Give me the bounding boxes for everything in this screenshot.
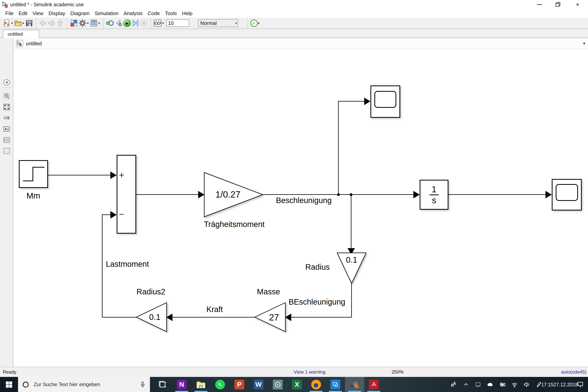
breadcrumb-dropdown-icon[interactable]: ▾: [583, 38, 585, 49]
gain-radius-label[interactable]: Radius: [298, 263, 337, 272]
gain-mass-value: 27: [264, 312, 284, 322]
start-button[interactable]: [0, 377, 18, 392]
zoom-tool-button[interactable]: [3, 92, 10, 100]
signal-label-beschleunigung[interactable]: Beschleunigung: [272, 196, 336, 205]
new-model-dropdown-icon[interactable]: ▾: [11, 21, 13, 25]
taskbar-acrobat[interactable]: [364, 377, 384, 392]
microphone-icon[interactable]: [140, 381, 146, 388]
taskbar-onenote[interactable]: N: [172, 377, 191, 392]
open-dropdown-icon[interactable]: ▾: [22, 21, 24, 25]
taskbar-word[interactable]: W: [249, 377, 268, 392]
signal-routing-button[interactable]: [3, 114, 10, 122]
step-forward-button[interactable]: [131, 19, 140, 28]
area-button[interactable]: [3, 147, 10, 155]
wifi-button[interactable]: [508, 377, 520, 392]
simulation-mode-dropdown-icon: ▾: [235, 21, 237, 25]
gain-mass-label[interactable]: Masse: [249, 287, 288, 296]
data-inspector-dropdown-icon[interactable]: ▾: [162, 21, 164, 25]
show-hidden-icons-button[interactable]: [460, 377, 472, 392]
volume-button[interactable]: [520, 377, 533, 392]
minimize-button[interactable]: [530, 0, 549, 9]
menu-simulation[interactable]: Simulation: [92, 9, 121, 18]
taskbar-search-input[interactable]: Zur Suche Text hier eingeben: [18, 377, 150, 392]
wire: [102, 214, 102, 317]
taskbar-excel[interactable]: X: [287, 377, 306, 392]
wire: [172, 317, 255, 318]
annotation-icon: A: [3, 126, 10, 132]
menu-edit[interactable]: Edit: [16, 9, 30, 18]
open-button[interactable]: [14, 19, 22, 28]
people-button[interactable]: [448, 377, 460, 392]
route-arrows-icon: [3, 114, 10, 122]
model-configuration-dropdown-icon[interactable]: ▾: [98, 21, 100, 25]
simulation-data-inspector-button[interactable]: [153, 19, 162, 28]
monitor-tray-button[interactable]: [472, 377, 484, 392]
menu-help[interactable]: Help: [179, 9, 195, 18]
action-center-button[interactable]: [574, 377, 586, 392]
step-block-label[interactable]: Mm: [16, 191, 51, 200]
menu-view[interactable]: View: [30, 9, 46, 18]
taskbar-your-phone[interactable]: [326, 377, 345, 392]
stop-time-input[interactable]: [166, 20, 189, 27]
wire: [338, 101, 364, 102]
menu-tools[interactable]: Tools: [162, 9, 180, 18]
simulation-mode-select[interactable]: Normal ▾: [198, 19, 238, 27]
signal-label-kraft[interactable]: Kraft: [196, 305, 233, 314]
task-view-button[interactable]: [153, 377, 172, 392]
onedrive-button[interactable]: [484, 377, 496, 392]
solver-indicator[interactable]: auto(ode45): [561, 367, 586, 377]
taskbar-firefox[interactable]: [306, 377, 326, 392]
save-button[interactable]: [25, 19, 34, 28]
zoom-level[interactable]: 250%: [392, 367, 404, 377]
fit-to-view-button[interactable]: [3, 103, 10, 111]
menu-display[interactable]: Display: [46, 9, 68, 18]
integrator-block[interactable]: 1 s: [420, 180, 448, 210]
gain-inertia-label[interactable]: Trägheitsmoment: [194, 220, 274, 229]
taskbar-matlab-simulink[interactable]: [345, 377, 364, 392]
breadcrumb-model[interactable]: untitled: [26, 38, 42, 49]
speaker-icon: [523, 381, 530, 388]
step-back-button[interactable]: [114, 19, 123, 28]
model-canvas[interactable]: [14, 49, 588, 367]
library-browser-button[interactable]: [70, 19, 78, 28]
model-advisor-check-button[interactable]: ✓: [250, 20, 258, 27]
step-block[interactable]: [19, 160, 48, 188]
signal-label-lastmoment[interactable]: Lastmoment: [106, 260, 149, 268]
model-configuration-button[interactable]: [90, 19, 98, 28]
restore-button[interactable]: [549, 0, 567, 9]
tab-untitled[interactable]: untitled: [3, 30, 39, 38]
menu-file[interactable]: File: [3, 9, 16, 18]
run-button[interactable]: ▶: [123, 19, 131, 27]
sum-block[interactable]: [116, 155, 136, 234]
scope-block-1[interactable]: [370, 86, 400, 118]
taskbar-file-explorer[interactable]: [191, 377, 210, 392]
hide-browser-button[interactable]: [3, 78, 10, 86]
taskbar-whatsapp[interactable]: [210, 377, 230, 392]
signal-label-beschleunigung2[interactable]: BEschleunigung: [284, 298, 350, 306]
warning-link[interactable]: View 1 warning: [294, 367, 325, 377]
gain-radius2-label[interactable]: Radius2: [129, 287, 172, 296]
taskbar-clock[interactable]: 17:15 27.12.2018: [545, 377, 574, 392]
running-indicator: [367, 391, 380, 392]
status-text: Ready: [3, 367, 16, 377]
tab-strip: untitled: [0, 29, 588, 38]
model-advisor-dropdown-icon[interactable]: ▾: [258, 21, 260, 25]
taskbar-powerpoint[interactable]: P: [230, 377, 249, 392]
menu-diagram[interactable]: Diagram: [68, 9, 92, 18]
new-model-button[interactable]: [2, 19, 11, 28]
menu-analysis[interactable]: Analysis: [121, 9, 145, 18]
model-icon: [16, 40, 23, 47]
menu-code[interactable]: Code: [145, 9, 162, 18]
settings-dropdown-icon[interactable]: ▾: [87, 21, 89, 25]
taskbar-octagon-app[interactable]: [268, 377, 287, 392]
magnifier-icon: [3, 92, 10, 100]
battery-button[interactable]: [496, 377, 508, 392]
breadcrumb-bar: untitled ▾: [14, 38, 588, 49]
settings-gear-button[interactable]: [78, 19, 87, 28]
wire-arrowhead: [413, 191, 420, 198]
update-diagram-button[interactable]: [106, 19, 114, 28]
close-button[interactable]: ×: [567, 0, 588, 9]
scope-block-2[interactable]: [552, 179, 582, 210]
annotation-button[interactable]: A: [3, 125, 10, 133]
image-button[interactable]: [3, 136, 10, 144]
